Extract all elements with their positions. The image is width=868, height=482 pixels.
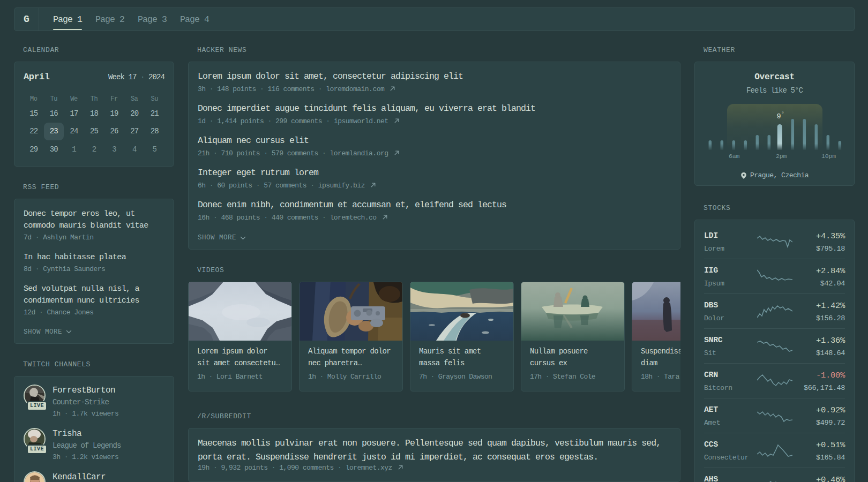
svg-text:°: ° [781, 111, 784, 117]
svg-text:9: 9 [776, 112, 781, 120]
